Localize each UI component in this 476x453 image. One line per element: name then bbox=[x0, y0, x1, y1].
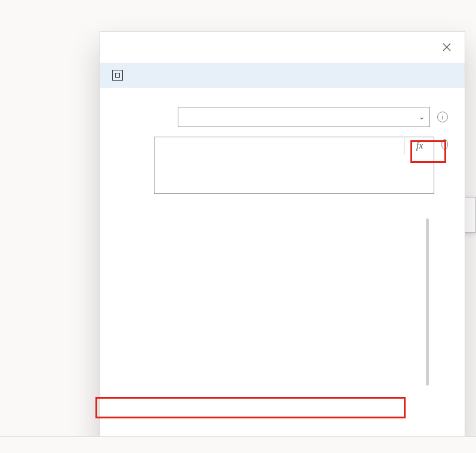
fillin-label bbox=[117, 137, 147, 141]
textbox-select[interactable]: ⌄ bbox=[178, 107, 430, 127]
status-bar bbox=[0, 436, 476, 453]
info-bar bbox=[100, 63, 465, 88]
populate-text-field-dialog: ⌄ i fx i bbox=[100, 31, 465, 444]
textbox-label bbox=[117, 107, 171, 112]
fillin-input[interactable] bbox=[154, 137, 434, 194]
close-icon[interactable] bbox=[441, 41, 453, 53]
variable-list bbox=[100, 214, 432, 443]
variable-scrollbar[interactable] bbox=[426, 218, 429, 386]
fx-button[interactable]: fx bbox=[404, 137, 434, 155]
fillin-info-icon[interactable]: i bbox=[441, 139, 448, 150]
dialog-header bbox=[100, 32, 465, 63]
fillin-wrap: fx bbox=[154, 137, 434, 196]
parameters-section: ⌄ i fx i bbox=[100, 88, 465, 205]
svg-rect-0 bbox=[116, 73, 120, 78]
textbox-row: ⌄ i bbox=[117, 107, 448, 127]
flow-steps bbox=[0, 0, 476, 1]
info-icon bbox=[112, 70, 123, 81]
fillin-row: fx i bbox=[117, 137, 448, 196]
textbox-info-icon[interactable]: i bbox=[437, 112, 448, 122]
chevron-down-icon: ⌄ bbox=[419, 113, 425, 121]
